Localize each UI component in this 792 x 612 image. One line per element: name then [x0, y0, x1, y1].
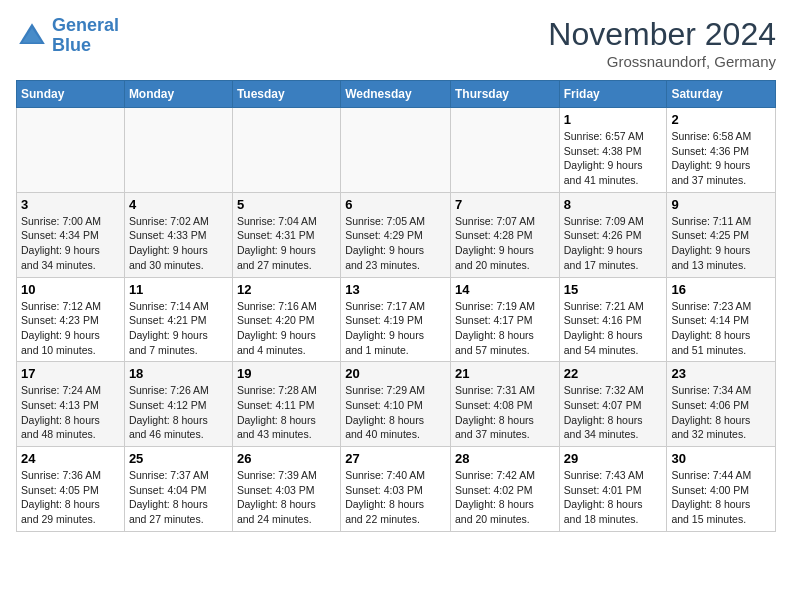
calendar-cell: 24Sunrise: 7:36 AM Sunset: 4:05 PM Dayli…	[17, 447, 125, 532]
day-detail: Sunrise: 7:16 AM Sunset: 4:20 PM Dayligh…	[237, 299, 336, 358]
day-detail: Sunrise: 7:11 AM Sunset: 4:25 PM Dayligh…	[671, 214, 771, 273]
calendar-body: 1Sunrise: 6:57 AM Sunset: 4:38 PM Daylig…	[17, 108, 776, 532]
calendar-week-4: 17Sunrise: 7:24 AM Sunset: 4:13 PM Dayli…	[17, 362, 776, 447]
day-number: 24	[21, 451, 120, 466]
day-detail: Sunrise: 7:19 AM Sunset: 4:17 PM Dayligh…	[455, 299, 555, 358]
day-number: 10	[21, 282, 120, 297]
calendar-cell: 27Sunrise: 7:40 AM Sunset: 4:03 PM Dayli…	[341, 447, 451, 532]
day-number: 9	[671, 197, 771, 212]
calendar-cell	[124, 108, 232, 193]
calendar-cell	[341, 108, 451, 193]
day-detail: Sunrise: 7:31 AM Sunset: 4:08 PM Dayligh…	[455, 383, 555, 442]
day-number: 27	[345, 451, 446, 466]
day-detail: Sunrise: 7:29 AM Sunset: 4:10 PM Dayligh…	[345, 383, 446, 442]
day-detail: Sunrise: 7:04 AM Sunset: 4:31 PM Dayligh…	[237, 214, 336, 273]
day-number: 6	[345, 197, 446, 212]
day-number: 20	[345, 366, 446, 381]
logo-line1: General	[52, 15, 119, 35]
calendar-cell: 2Sunrise: 6:58 AM Sunset: 4:36 PM Daylig…	[667, 108, 776, 193]
day-number: 1	[564, 112, 663, 127]
day-number: 21	[455, 366, 555, 381]
location-title: Grossnaundorf, Germany	[548, 53, 776, 70]
calendar-cell: 11Sunrise: 7:14 AM Sunset: 4:21 PM Dayli…	[124, 277, 232, 362]
day-number: 25	[129, 451, 228, 466]
day-detail: Sunrise: 7:28 AM Sunset: 4:11 PM Dayligh…	[237, 383, 336, 442]
calendar-cell: 26Sunrise: 7:39 AM Sunset: 4:03 PM Dayli…	[232, 447, 340, 532]
day-number: 28	[455, 451, 555, 466]
day-number: 3	[21, 197, 120, 212]
day-detail: Sunrise: 7:05 AM Sunset: 4:29 PM Dayligh…	[345, 214, 446, 273]
day-detail: Sunrise: 7:00 AM Sunset: 4:34 PM Dayligh…	[21, 214, 120, 273]
day-detail: Sunrise: 7:43 AM Sunset: 4:01 PM Dayligh…	[564, 468, 663, 527]
calendar-cell: 13Sunrise: 7:17 AM Sunset: 4:19 PM Dayli…	[341, 277, 451, 362]
day-detail: Sunrise: 6:58 AM Sunset: 4:36 PM Dayligh…	[671, 129, 771, 188]
title-block: November 2024 Grossnaundorf, Germany	[548, 16, 776, 70]
day-detail: Sunrise: 7:24 AM Sunset: 4:13 PM Dayligh…	[21, 383, 120, 442]
day-number: 16	[671, 282, 771, 297]
calendar-week-3: 10Sunrise: 7:12 AM Sunset: 4:23 PM Dayli…	[17, 277, 776, 362]
calendar-cell: 29Sunrise: 7:43 AM Sunset: 4:01 PM Dayli…	[559, 447, 667, 532]
day-detail: Sunrise: 7:09 AM Sunset: 4:26 PM Dayligh…	[564, 214, 663, 273]
day-detail: Sunrise: 7:07 AM Sunset: 4:28 PM Dayligh…	[455, 214, 555, 273]
calendar-week-2: 3Sunrise: 7:00 AM Sunset: 4:34 PM Daylig…	[17, 192, 776, 277]
weekday-header-thursday: Thursday	[450, 81, 559, 108]
day-detail: Sunrise: 7:17 AM Sunset: 4:19 PM Dayligh…	[345, 299, 446, 358]
day-detail: Sunrise: 7:32 AM Sunset: 4:07 PM Dayligh…	[564, 383, 663, 442]
day-number: 19	[237, 366, 336, 381]
day-number: 13	[345, 282, 446, 297]
weekday-header-row: SundayMondayTuesdayWednesdayThursdayFrid…	[17, 81, 776, 108]
day-number: 17	[21, 366, 120, 381]
day-detail: Sunrise: 6:57 AM Sunset: 4:38 PM Dayligh…	[564, 129, 663, 188]
logo: General Blue	[16, 16, 119, 56]
logo-icon	[16, 20, 48, 52]
calendar-cell: 10Sunrise: 7:12 AM Sunset: 4:23 PM Dayli…	[17, 277, 125, 362]
calendar-cell: 9Sunrise: 7:11 AM Sunset: 4:25 PM Daylig…	[667, 192, 776, 277]
day-number: 23	[671, 366, 771, 381]
day-number: 11	[129, 282, 228, 297]
calendar-table: SundayMondayTuesdayWednesdayThursdayFrid…	[16, 80, 776, 532]
calendar-cell: 1Sunrise: 6:57 AM Sunset: 4:38 PM Daylig…	[559, 108, 667, 193]
weekday-header-monday: Monday	[124, 81, 232, 108]
weekday-header-friday: Friday	[559, 81, 667, 108]
day-detail: Sunrise: 7:36 AM Sunset: 4:05 PM Dayligh…	[21, 468, 120, 527]
calendar-cell: 7Sunrise: 7:07 AM Sunset: 4:28 PM Daylig…	[450, 192, 559, 277]
calendar-cell: 28Sunrise: 7:42 AM Sunset: 4:02 PM Dayli…	[450, 447, 559, 532]
day-detail: Sunrise: 7:02 AM Sunset: 4:33 PM Dayligh…	[129, 214, 228, 273]
day-number: 26	[237, 451, 336, 466]
day-number: 22	[564, 366, 663, 381]
day-detail: Sunrise: 7:14 AM Sunset: 4:21 PM Dayligh…	[129, 299, 228, 358]
calendar-week-5: 24Sunrise: 7:36 AM Sunset: 4:05 PM Dayli…	[17, 447, 776, 532]
calendar-cell: 3Sunrise: 7:00 AM Sunset: 4:34 PM Daylig…	[17, 192, 125, 277]
day-detail: Sunrise: 7:40 AM Sunset: 4:03 PM Dayligh…	[345, 468, 446, 527]
day-detail: Sunrise: 7:12 AM Sunset: 4:23 PM Dayligh…	[21, 299, 120, 358]
weekday-header-wednesday: Wednesday	[341, 81, 451, 108]
page-header: General Blue November 2024 Grossnaundorf…	[16, 16, 776, 70]
calendar-cell: 30Sunrise: 7:44 AM Sunset: 4:00 PM Dayli…	[667, 447, 776, 532]
logo-line2: Blue	[52, 35, 91, 55]
day-number: 2	[671, 112, 771, 127]
calendar-cell: 15Sunrise: 7:21 AM Sunset: 4:16 PM Dayli…	[559, 277, 667, 362]
calendar-cell: 14Sunrise: 7:19 AM Sunset: 4:17 PM Dayli…	[450, 277, 559, 362]
calendar-week-1: 1Sunrise: 6:57 AM Sunset: 4:38 PM Daylig…	[17, 108, 776, 193]
weekday-header-sunday: Sunday	[17, 81, 125, 108]
day-number: 12	[237, 282, 336, 297]
calendar-cell	[450, 108, 559, 193]
day-detail: Sunrise: 7:42 AM Sunset: 4:02 PM Dayligh…	[455, 468, 555, 527]
calendar-cell: 18Sunrise: 7:26 AM Sunset: 4:12 PM Dayli…	[124, 362, 232, 447]
month-title: November 2024	[548, 16, 776, 53]
day-number: 15	[564, 282, 663, 297]
weekday-header-tuesday: Tuesday	[232, 81, 340, 108]
calendar-cell: 16Sunrise: 7:23 AM Sunset: 4:14 PM Dayli…	[667, 277, 776, 362]
day-number: 30	[671, 451, 771, 466]
calendar-cell: 12Sunrise: 7:16 AM Sunset: 4:20 PM Dayli…	[232, 277, 340, 362]
calendar-cell: 21Sunrise: 7:31 AM Sunset: 4:08 PM Dayli…	[450, 362, 559, 447]
calendar-cell: 20Sunrise: 7:29 AM Sunset: 4:10 PM Dayli…	[341, 362, 451, 447]
day-detail: Sunrise: 7:39 AM Sunset: 4:03 PM Dayligh…	[237, 468, 336, 527]
day-number: 7	[455, 197, 555, 212]
calendar-cell	[232, 108, 340, 193]
calendar-cell: 4Sunrise: 7:02 AM Sunset: 4:33 PM Daylig…	[124, 192, 232, 277]
day-detail: Sunrise: 7:21 AM Sunset: 4:16 PM Dayligh…	[564, 299, 663, 358]
calendar-cell: 8Sunrise: 7:09 AM Sunset: 4:26 PM Daylig…	[559, 192, 667, 277]
day-number: 18	[129, 366, 228, 381]
calendar-cell: 23Sunrise: 7:34 AM Sunset: 4:06 PM Dayli…	[667, 362, 776, 447]
